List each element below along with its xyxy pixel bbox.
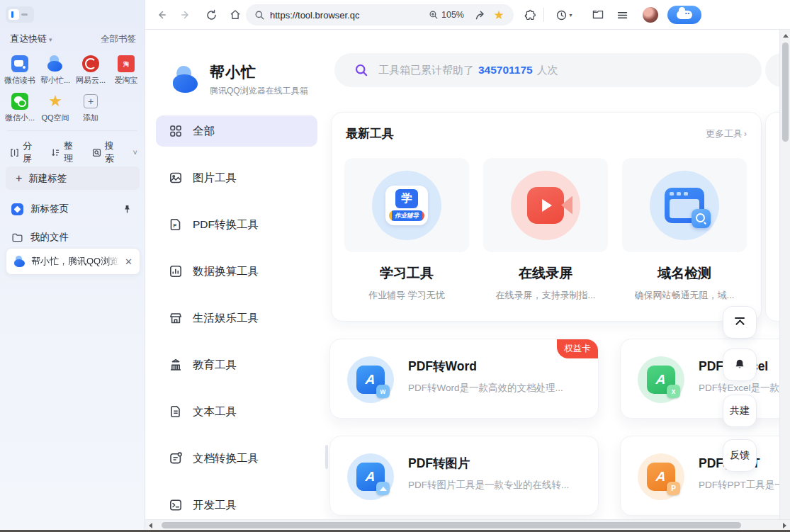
address-bar[interactable]: https://tool.browser.qc 105% ★ bbox=[246, 4, 514, 26]
horizontal-scrollbar[interactable] bbox=[145, 519, 790, 530]
reload-icon bbox=[205, 9, 218, 21]
back-button[interactable] bbox=[151, 0, 172, 30]
feedback-button[interactable]: 反馈 bbox=[723, 439, 757, 472]
terminal-icon bbox=[169, 498, 183, 512]
vertical-scrollbar[interactable] bbox=[779, 30, 790, 519]
hamburger-menu-icon bbox=[616, 9, 628, 21]
tool-card-pdf-to-image[interactable]: A PDF转图片 PDF转图片工具是一款专业的在线转... bbox=[329, 436, 599, 516]
nav-item-education-tools[interactable]: 教育工具 bbox=[156, 349, 317, 380]
svg-text:P: P bbox=[174, 223, 177, 228]
latest-card-domain-check[interactable]: 域名检测 确保网站畅通无阻，域... bbox=[622, 158, 747, 302]
bookmark-aitaobao[interactable]: 淘 爱淘宝 bbox=[108, 55, 144, 86]
nav-item-life-tools[interactable]: 生活娱乐工具 bbox=[156, 302, 317, 334]
history-button[interactable]: ▾ bbox=[551, 0, 577, 30]
bookmark-bangxiaomang[interactable]: 帮小忙... bbox=[38, 55, 73, 86]
nav-scrollbar-thumb[interactable] bbox=[325, 445, 328, 469]
sidebar-collapse-toggle-icon[interactable] bbox=[6, 6, 34, 23]
nav-item-all[interactable]: 全部 bbox=[156, 115, 317, 147]
nav-item-text-tools[interactable]: 文本工具 bbox=[156, 396, 317, 427]
weread-icon bbox=[11, 55, 28, 72]
sort-icon bbox=[51, 147, 60, 158]
organize-button[interactable]: 整理 bbox=[51, 140, 80, 165]
split-screen-button[interactable]: 分屏 bbox=[10, 140, 39, 165]
extensions-button[interactable] bbox=[519, 0, 541, 30]
latest-tools-panel: 最新工具 更多工具› 学 作业辅导 学习工具 bbox=[331, 112, 762, 322]
folder-icon bbox=[11, 232, 23, 244]
site-subtitle: 腾讯QQ浏览器在线工具箱 bbox=[210, 85, 308, 97]
site-search-input[interactable]: 工具箱已累计帮助了 345701175 人次 bbox=[334, 53, 762, 87]
scroll-right-arrow-icon[interactable] bbox=[783, 523, 786, 528]
search-placeholder-prefix: 工具箱已累计帮助了 bbox=[378, 64, 474, 77]
sidebar-item-new-tab-page[interactable]: 新标签页 bbox=[6, 197, 140, 221]
split-screen-icon bbox=[10, 147, 19, 158]
active-tab[interactable]: 帮小忙，腾讯QQ浏览 ✕ bbox=[6, 248, 140, 275]
all-bookmarks-link[interactable]: 全部书签 bbox=[101, 33, 136, 45]
tab-close-icon[interactable]: ✕ bbox=[125, 256, 132, 267]
category-nav: 全部 图片工具 P PDF转换工具 数据换算工具 生活娱乐工具 教育工具 bbox=[156, 115, 317, 521]
add-icon: + bbox=[84, 94, 98, 108]
user-avatar bbox=[643, 7, 658, 23]
new-tab-button[interactable]: + 新建标签 bbox=[6, 166, 140, 190]
chevron-down-icon: ▾ bbox=[569, 12, 572, 18]
scroll-up-arrow-icon[interactable] bbox=[783, 34, 789, 38]
quick-links-label: 直达快链 bbox=[10, 33, 47, 44]
nav-item-pdf-tools[interactable]: P PDF转换工具 bbox=[156, 209, 317, 240]
chevron-down-icon: ▾ bbox=[49, 36, 52, 43]
collab-button[interactable]: 共建 bbox=[723, 395, 757, 427]
share-button[interactable] bbox=[471, 4, 490, 26]
bookmark-star-icon[interactable]: ★ bbox=[490, 4, 508, 26]
pdf-to-word-icon: Aw bbox=[347, 356, 394, 403]
reload-button[interactable] bbox=[201, 0, 222, 30]
latest-card-study[interactable]: 学 作业辅导 学习工具 作业辅导 学习无忧 bbox=[344, 158, 469, 302]
bookmark-weread[interactable]: 微信读书 bbox=[2, 55, 38, 86]
bookmarks-grid: 微信读书 帮小忙... 网易云... 淘 爱淘宝 微信小... ★ QQ空间 bbox=[2, 55, 144, 123]
more-tools-link[interactable]: 更多工具› bbox=[706, 128, 747, 140]
bookmark-qzone[interactable]: ★ QQ空间 bbox=[38, 93, 73, 123]
profile-button[interactable] bbox=[639, 0, 662, 30]
chevron-up-icon bbox=[735, 319, 745, 329]
taobao-icon: 淘 bbox=[118, 55, 135, 72]
horizontal-scrollbar-thumb[interactable] bbox=[162, 522, 741, 528]
bookmark-wechat-mini[interactable]: 微信小... bbox=[2, 93, 38, 123]
folder-icon bbox=[592, 9, 604, 21]
latest-card-screen-record[interactable]: 在线录屏 在线录屏，支持录制指... bbox=[483, 158, 608, 302]
history-clock-icon bbox=[555, 9, 568, 21]
search-page-icon bbox=[92, 147, 101, 158]
chart-icon bbox=[169, 264, 183, 278]
browser-sidebar: 直达快链▾ 全部书签 微信读书 帮小忙... 网易云... 淘 爱淘宝 bbox=[0, 0, 145, 532]
star-icon: ★ bbox=[47, 93, 64, 110]
vertical-scrollbar-thumb[interactable] bbox=[782, 43, 789, 142]
tool-card-pdf-to-word[interactable]: 权益卡 Aw PDF转Word PDF转Word是一款高效的文档处理... bbox=[329, 339, 599, 419]
cloud-sync-button[interactable] bbox=[667, 6, 701, 24]
nav-item-doc-convert-tools[interactable]: 文档转换工具 bbox=[156, 443, 317, 474]
quick-links-dropdown[interactable]: 直达快链▾ bbox=[10, 33, 52, 45]
nav-item-dev-tools[interactable]: 开发工具 bbox=[156, 489, 317, 521]
notification-button[interactable] bbox=[723, 349, 757, 381]
page-zoom-control[interactable]: 105% bbox=[429, 10, 464, 20]
url-text: https://tool.browser.qc bbox=[270, 10, 429, 21]
pdf-to-image-icon: A bbox=[347, 453, 394, 500]
divider bbox=[7, 130, 137, 131]
tool-card-pdf-to-excel[interactable]: Ax PDF转Excel PDF转Excel是一款高效的文档处理... bbox=[620, 339, 790, 419]
sidebar-item-my-files[interactable]: 我的文件 bbox=[6, 225, 140, 249]
divider bbox=[543, 8, 544, 22]
nav-item-data-tools[interactable]: 数据换算工具 bbox=[156, 256, 317, 287]
chevron-down-icon[interactable]: ˅ bbox=[133, 148, 137, 157]
nav-item-image-tools[interactable]: 图片工具 bbox=[156, 162, 317, 193]
home-button[interactable] bbox=[225, 0, 246, 30]
forward-button[interactable] bbox=[175, 0, 196, 30]
menu-button[interactable] bbox=[611, 0, 633, 30]
tool-card-pdf-to-ppt[interactable]: AP PDF转PPT PDF转PPT工具是一款专业的在线转... bbox=[620, 436, 790, 516]
chevron-right-icon: › bbox=[744, 129, 747, 139]
domain-check-icon bbox=[650, 171, 719, 240]
downloads-folder-button[interactable] bbox=[587, 0, 609, 30]
scroll-left-arrow-icon[interactable] bbox=[149, 523, 152, 528]
search-tabs-button[interactable]: 搜索 bbox=[92, 140, 121, 165]
bookmark-add[interactable]: + 添加 bbox=[73, 93, 108, 123]
pin-icon[interactable] bbox=[122, 204, 132, 215]
study-tool-icon: 学 作业辅导 bbox=[372, 171, 441, 240]
panel-icon bbox=[9, 9, 19, 20]
site-title: 帮小忙 bbox=[210, 62, 308, 82]
back-to-top-button[interactable] bbox=[723, 306, 757, 339]
bookmark-netease-music[interactable]: 网易云... bbox=[73, 55, 108, 86]
